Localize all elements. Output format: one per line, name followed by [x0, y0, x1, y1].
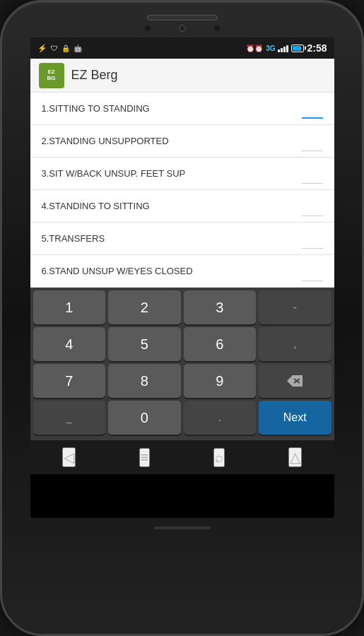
list-item-label-4: 4.STANDING TO SITTING: [42, 201, 150, 211]
key-1[interactable]: 1: [33, 290, 106, 324]
search-button[interactable]: ⌕: [213, 448, 225, 467]
list-item-2[interactable]: 2.STANDING UNSUPPORTED: [30, 125, 334, 158]
list-item-6[interactable]: 6.STAND UNSUP W/EYES CLOSED: [30, 255, 334, 288]
keyboard-row-2: 4 5 6 ,: [33, 327, 331, 361]
signal-bar-4: [286, 45, 288, 52]
phone-chin: [154, 526, 211, 529]
svg-marker-0: [287, 375, 303, 387]
phone-camera-row: [145, 25, 220, 32]
keyboard-row-3: 7 8 9: [33, 364, 331, 398]
list-item-5[interactable]: 5.TRANSFERS: [30, 223, 334, 255]
list-item-label-1: 1.SITTING TO STANDING: [42, 103, 150, 114]
network-indicator: 3G: [266, 45, 275, 52]
phone-device: ⏰ 3G 2:58 EZBG EZ Berg: [0, 0, 364, 636]
content-area: 1.SITTING TO STANDING 2.STANDING UNSUPPO…: [30, 93, 334, 288]
phone-camera: [179, 25, 186, 32]
key-underscore[interactable]: _: [33, 401, 106, 435]
key-9[interactable]: 9: [184, 364, 257, 398]
key-4[interactable]: 4: [33, 327, 106, 361]
nav-bar: ◁ ≡ ⌕ △: [30, 440, 334, 474]
key-comma[interactable]: ,: [259, 327, 331, 361]
key-5[interactable]: 5: [108, 327, 181, 361]
status-time: 2:58: [307, 42, 327, 54]
score-input-1[interactable]: [302, 99, 323, 119]
score-input-5[interactable]: [302, 229, 323, 249]
list-item-4[interactable]: 4.STANDING TO SITTING: [30, 190, 334, 223]
status-left-icons: [37, 44, 82, 53]
android-icon: [74, 44, 82, 52]
keyboard-row-1: 1 2 3 -: [33, 290, 331, 324]
signal-bar-3: [283, 47, 286, 52]
key-0[interactable]: 0: [108, 401, 181, 435]
key-dash[interactable]: -: [259, 290, 331, 324]
app-title: EZ Berg: [71, 68, 118, 83]
key-6[interactable]: 6: [184, 327, 257, 361]
list-item-3[interactable]: 3.SIT W/BACK UNSUP. FEET SUP: [30, 158, 334, 190]
list-item[interactable]: 1.SITTING TO STANDING: [30, 93, 334, 125]
lock-icon: [61, 44, 70, 52]
app-bar: EZBG EZ Berg: [30, 59, 334, 93]
key-8[interactable]: 8: [108, 364, 181, 398]
backspace-icon: [287, 375, 303, 387]
keyboard: 1 2 3 - 4 5 6 , 7 8 9: [30, 288, 334, 440]
score-input-2[interactable]: [302, 131, 323, 151]
usb-icon: [37, 44, 47, 53]
home-button[interactable]: △: [288, 447, 302, 467]
status-bar: ⏰ 3G 2:58: [30, 37, 334, 59]
phone-sensor: [145, 25, 151, 31]
signal-bars: [278, 44, 288, 52]
list-item-label-6: 6.STAND UNSUP W/EYES CLOSED: [42, 266, 193, 276]
phone-screen: ⏰ 3G 2:58 EZBG EZ Berg: [30, 37, 334, 518]
next-button[interactable]: Next: [259, 401, 331, 435]
alarm-icon: ⏰: [246, 45, 263, 52]
battery-icon: [291, 45, 304, 52]
phone-speaker: [147, 15, 218, 20]
phone-bottom: [154, 526, 211, 529]
back-button[interactable]: ◁: [62, 447, 76, 467]
key-period[interactable]: .: [184, 401, 257, 435]
shield-icon: [51, 44, 58, 52]
list-item-label-3: 3.SIT W/BACK UNSUP. FEET SUP: [42, 168, 186, 179]
battery-fill: [293, 46, 300, 51]
menu-button[interactable]: ≡: [139, 448, 151, 467]
signal-bar-1: [278, 49, 280, 52]
signal-bar-2: [281, 48, 283, 52]
score-input-4[interactable]: [302, 196, 323, 216]
list-item-label-2: 2.STANDING UNSUPPORTED: [42, 136, 169, 146]
status-right-icons: ⏰ 3G 2:58: [246, 42, 327, 54]
phone-sensor-2: [214, 25, 220, 31]
key-3[interactable]: 3: [184, 290, 257, 324]
score-input-6[interactable]: [302, 261, 323, 281]
app-icon: EZBG: [39, 63, 64, 88]
keyboard-row-4: _ 0 . Next: [33, 401, 331, 435]
score-input-3[interactable]: [302, 164, 323, 184]
key-backspace[interactable]: [259, 364, 331, 398]
list-item-label-5: 5.TRANSFERS: [42, 233, 105, 244]
key-7[interactable]: 7: [33, 364, 106, 398]
key-2[interactable]: 2: [108, 290, 181, 324]
